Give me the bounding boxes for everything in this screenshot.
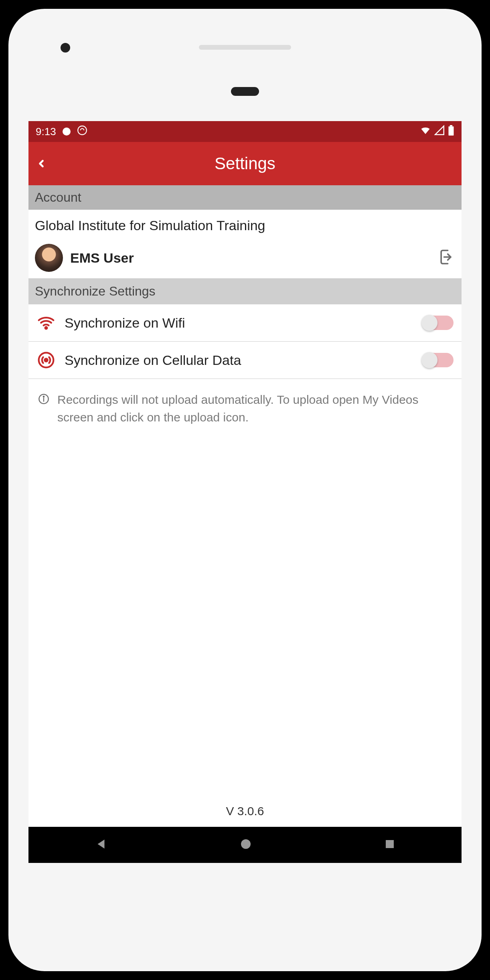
svg-point-4 <box>45 327 47 329</box>
phone-sensor <box>231 87 259 96</box>
phone-camera <box>61 43 70 53</box>
status-right <box>420 125 454 139</box>
toggle-cellular[interactable] <box>422 353 454 367</box>
svg-rect-2 <box>450 125 453 126</box>
info-row: Recordings will not upload automatically… <box>28 379 462 438</box>
svg-point-0 <box>78 126 87 135</box>
svg-point-9 <box>43 396 44 397</box>
back-chevron-icon <box>36 156 47 172</box>
status-app-icon <box>77 125 87 138</box>
section-header-sync: Synchronize Settings <box>28 278 462 304</box>
logout-button[interactable] <box>437 248 455 267</box>
svg-point-10 <box>241 839 251 849</box>
wifi-status-icon <box>420 125 431 139</box>
toggle-wifi[interactable] <box>422 316 454 330</box>
spacer <box>28 438 462 796</box>
back-button[interactable] <box>36 156 60 172</box>
toggle-knob <box>421 352 437 368</box>
section-header-account: Account <box>28 185 462 210</box>
info-text: Recordings will not upload automatically… <box>57 391 452 426</box>
screen: 9:13 Sett <box>28 121 462 863</box>
setting-label-wifi: Synchronize on Wifi <box>65 315 413 331</box>
cellular-icon <box>36 350 56 370</box>
android-nav-bar <box>28 827 462 863</box>
svg-rect-1 <box>449 126 454 136</box>
svg-point-6 <box>45 358 47 361</box>
setting-row-wifi: Synchronize on Wifi <box>28 304 462 342</box>
battery-icon <box>448 125 454 138</box>
app-bar: Settings <box>28 142 462 185</box>
nav-recent-button[interactable] <box>384 838 396 852</box>
wifi-icon <box>36 313 56 332</box>
status-left: 9:13 <box>36 125 87 138</box>
signal-icon <box>434 125 445 138</box>
phone-frame: 9:13 Sett <box>8 9 482 971</box>
user-name: EMS User <box>70 250 430 266</box>
status-bar: 9:13 <box>28 121 462 142</box>
status-dot-icon <box>63 128 71 136</box>
phone-speaker <box>199 45 291 50</box>
info-icon <box>38 393 50 405</box>
nav-home-button[interactable] <box>239 838 252 852</box>
svg-rect-11 <box>386 840 394 848</box>
setting-label-cellular: Synchronize on Cellular Data <box>65 352 413 368</box>
status-time: 9:13 <box>36 126 56 138</box>
setting-row-cellular: Synchronize on Cellular Data <box>28 342 462 379</box>
page-title: Settings <box>60 154 454 173</box>
user-row: EMS User <box>28 237 462 278</box>
toggle-knob <box>421 315 437 331</box>
version-label: V 3.0.6 <box>28 796 462 827</box>
nav-back-button[interactable] <box>94 837 108 852</box>
avatar <box>35 244 63 272</box>
org-name: Global Institute for Simulation Training <box>28 210 462 237</box>
logout-icon <box>437 248 455 266</box>
